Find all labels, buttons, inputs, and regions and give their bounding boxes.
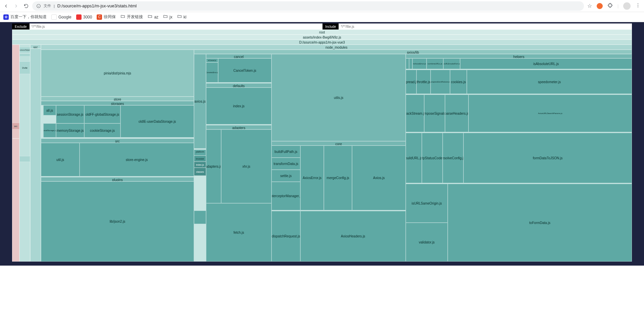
node-oldie[interactable]: oldIE-userDataStorage.js — [120, 105, 194, 137]
reload-button[interactable] — [23, 3, 29, 9]
node-fetch[interactable]: fetch.js — [206, 203, 271, 262]
bookmark-xutongbao[interactable]: C徐同保 — [97, 14, 116, 20]
node-src-col[interactable]: src — [30, 45, 41, 49]
node-xhr[interactable]: xhr.js — [221, 129, 271, 203]
node-localst[interactable]: localStorage.js — [43, 123, 56, 137]
node-util[interactable]: util.js — [41, 143, 80, 176]
page-body: Exclude Include root assets/index-Bwgi6N… — [0, 22, 644, 266]
node-mergeconfig[interactable]: mergeConfig.js — [324, 146, 352, 210]
node-cancel[interactable]: cancel — [206, 54, 271, 58]
node-interceptor[interactable]: InterceptorManager.js — [271, 182, 300, 210]
node-progress[interactable]: progressEventReducer.js — [431, 70, 450, 94]
node-adapters[interactable]: adapters — [206, 125, 271, 129]
node-cookies[interactable]: cookies.js — [450, 70, 467, 94]
node-isabs[interactable]: isAbsoluteURL.js — [460, 58, 632, 69]
node-all[interactable]: all.js — [43, 105, 56, 115]
node-asset[interactable]: assets/index-Bwgi6N9z.js — [12, 35, 632, 40]
node-spread[interactable]: spread.js — [406, 70, 416, 94]
node-root[interactable]: root — [12, 30, 632, 35]
node-left-col-c[interactable] — [19, 45, 30, 262]
include-input[interactable] — [339, 23, 632, 30]
node-src-small[interactable]: src — [12, 123, 19, 129]
node-trackstream[interactable]: trackStream.js — [406, 95, 424, 132]
node-speedo[interactable]: speedometer.js — [467, 70, 632, 94]
node-engine[interactable]: store-engine.js — [80, 143, 194, 176]
node-combine[interactable]: combineURLs.js — [427, 58, 443, 69]
node-store[interactable]: store — [41, 97, 194, 101]
node-axios-js[interactable]: axios.js — [194, 54, 206, 149]
node-settle[interactable]: settle.js — [271, 170, 300, 182]
node-memory[interactable]: memoryStorage.js — [56, 123, 84, 137]
node-classes-extra[interactable] — [194, 211, 206, 224]
node-parsehead[interactable]: parseHeaders.js — [445, 95, 468, 132]
node-left-col-b[interactable] — [12, 138, 19, 262]
node-tourlenc[interactable]: toURLEncodedForm.js — [443, 58, 460, 69]
bookmark-baidu[interactable]: ✿百度一下，你就知道 — [3, 14, 47, 20]
node-throttle[interactable]: throttle.js — [416, 70, 431, 94]
node-adapters-js[interactable]: adapters.js — [206, 129, 221, 203]
node-core[interactable]: core — [271, 141, 406, 146]
node-classes[interactable]: classes — [194, 168, 206, 176]
node-compose[interactable]: composeSignals.js — [424, 95, 445, 132]
bookmark-google[interactable]: GGoogle — [51, 14, 71, 20]
bookmark-jx[interactable]: jx — [163, 14, 172, 20]
extensions-button[interactable] — [607, 3, 613, 9]
node-left-col-d[interactable] — [30, 49, 41, 262]
node-axioserror[interactable]: AxiosError.js — [300, 146, 324, 210]
node-buildurl[interactable]: buildURL.js — [406, 133, 422, 183]
node-httpstatus[interactable]: HttpStatusCode.js — [422, 133, 443, 183]
node-json2[interactable]: lib/json2.js — [41, 181, 194, 262]
node-validator[interactable]: validator.js — [406, 223, 448, 262]
bookmark-3000[interactable]: 3000 — [76, 14, 92, 20]
node-defaults[interactable]: defaults — [206, 83, 271, 88]
bookmark-star-icon[interactable]: ☆ — [587, 3, 592, 9]
node-axiosheaders[interactable]: AxiosHeaders.js — [300, 211, 406, 262]
bundle-treemap[interactable]: root assets/index-Bwgi6N9z.js D:/source/… — [12, 30, 632, 262]
node-helpers[interactable]: helpers — [406, 54, 632, 58]
node-axios1[interactable] — [19, 53, 30, 57]
node-canceltoken[interactable]: CancelToken.js — [218, 58, 271, 82]
node-resolveconf[interactable]: resolveConfig.js — [443, 133, 463, 183]
bookmark-az[interactable]: az — [148, 14, 158, 20]
forward-button[interactable] — [13, 3, 19, 9]
node-sameorigin[interactable]: isURLSameOrigin.js — [406, 184, 448, 223]
node-node_modules[interactable]: node_modules — [41, 45, 632, 50]
node-buildfullpath[interactable]: buildFullPath.js — [271, 146, 300, 158]
node-cookie[interactable]: cookieStorage.js — [84, 123, 120, 137]
node-urlsearch[interactable]: AxiosURLSearchParams.js — [468, 95, 632, 132]
back-button[interactable] — [3, 3, 9, 9]
node-toformdata[interactable]: toFormData.js — [448, 184, 632, 262]
node-browser[interactable]: browser — [194, 156, 206, 162]
node-dispatch[interactable]: dispatchRequest.js — [271, 211, 300, 262]
menu-button[interactable] — [635, 3, 641, 9]
node-store-src[interactable]: src — [41, 138, 194, 143]
node-dvite[interactable]: Dvite — [19, 61, 30, 74]
extension-icon[interactable] — [597, 3, 603, 9]
node-project[interactable]: D:/source/m-apps1/m-jsx-vue3 — [12, 40, 632, 45]
node-plugins[interactable]: plugins — [41, 177, 194, 181]
exclude-input[interactable] — [30, 23, 323, 30]
node-formdata[interactable]: formDataToJSON.js — [463, 133, 632, 183]
node-bind[interactable] — [406, 58, 409, 69]
node-storages[interactable]: storages — [41, 101, 194, 105]
node-utils[interactable]: utils.js — [271, 54, 406, 141]
node-defaults-index[interactable]: index.js — [206, 88, 271, 124]
node-transformdata[interactable]: transformData.js — [271, 158, 300, 170]
bookmark-kl[interactable]: kl — [177, 14, 187, 20]
node-pinia[interactable]: pinia/dist/pinia.mjs — [41, 50, 194, 97]
profile-avatar[interactable] — [623, 2, 631, 10]
node-isaxioserr[interactable]: isAxiosError.js — [412, 58, 427, 69]
node-cancelederror[interactable]: CanceledError.js — [206, 62, 218, 82]
node-session[interactable]: sessionStorage.js — [56, 105, 84, 123]
node-basejs[interactable] — [19, 156, 30, 162]
node-null[interactable] — [409, 58, 412, 69]
address-bar[interactable]: 文件 | D:/source/m-apps1/m-jsx-vue3/stats.… — [32, 1, 584, 11]
node-iscancel[interactable]: isCancel.js — [206, 58, 218, 62]
bookmark-devlinks[interactable]: 开发链接 — [120, 14, 143, 20]
node-axios-lib[interactable]: axios/lib — [194, 50, 632, 54]
node-platform[interactable]: platform — [194, 150, 206, 156]
node-axios-core[interactable]: Axios.js — [352, 146, 406, 210]
node-businesshelper[interactable]: BusinessHelper.js — [19, 47, 30, 53]
node-platform-index[interactable]: index.js — [194, 162, 206, 168]
node-oldff[interactable]: oldFF-globalStorage.js — [84, 105, 120, 123]
